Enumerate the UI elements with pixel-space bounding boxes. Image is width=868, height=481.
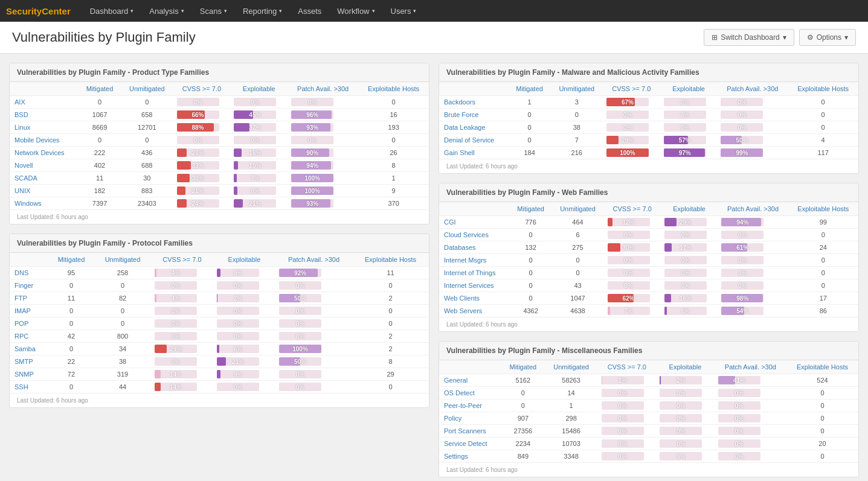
row-name[interactable]: Peer-to-Peer: [439, 400, 501, 412]
bar-container: 54%: [721, 307, 764, 315]
row-hosts: 26: [358, 147, 429, 159]
row-name[interactable]: SCADA: [10, 172, 79, 185]
table-row: Web Servers436246387%6%54%86: [439, 305, 858, 317]
nav-analysis[interactable]: Analysis ▾: [142, 0, 191, 22]
row-hosts: 2: [352, 292, 429, 305]
row-unmitigated: 38: [94, 355, 151, 368]
row-cvss: 0%: [598, 412, 657, 425]
row-name[interactable]: RPC: [10, 330, 48, 343]
row-name[interactable]: SNMP: [10, 368, 48, 381]
bar-label: 0%: [234, 333, 242, 340]
row-unmitigated: 298: [545, 412, 598, 425]
bar-label: 0%: [234, 320, 242, 327]
bar-fill: [177, 148, 187, 157]
row-name[interactable]: Internet of Things: [439, 267, 510, 279]
row-exploit: 0%: [656, 438, 715, 450]
row-name[interactable]: Samba: [10, 343, 48, 355]
row-name[interactable]: Windows: [10, 197, 79, 210]
row-hosts: 0: [352, 305, 429, 317]
protocol-footer: Last Updated: 6 hours ago: [10, 393, 429, 407]
row-name[interactable]: Mobile Devices: [10, 134, 79, 147]
row-name[interactable]: POP: [10, 317, 48, 330]
row-name[interactable]: Service Detect: [439, 438, 501, 450]
row-name[interactable]: Policy: [439, 412, 501, 425]
row-name[interactable]: SMTP: [10, 355, 48, 368]
row-name[interactable]: Databases: [439, 241, 510, 254]
bar-label: 0%: [677, 390, 685, 397]
nav-users[interactable]: Users ▾: [384, 0, 424, 22]
options-button[interactable]: ⚙ Options ▾: [799, 29, 856, 46]
left-column: Vulnerabilities by Plugin Family - Produ…: [9, 63, 429, 477]
row-unmitigated: 43: [552, 279, 604, 292]
row-name[interactable]: AIX: [10, 96, 79, 109]
brand-name: Security: [6, 6, 42, 16]
nav-assets[interactable]: Assets: [291, 0, 329, 22]
row-name[interactable]: General: [439, 374, 501, 387]
row-patch: 0%: [717, 121, 788, 134]
row-name[interactable]: Linux: [10, 121, 79, 134]
row-cvss: 0%: [604, 267, 661, 279]
row-name[interactable]: Web Clients: [439, 292, 510, 305]
row-name[interactable]: Cloud Services: [439, 229, 510, 241]
bar-label: 0%: [193, 137, 202, 144]
row-exploit: 2%: [213, 292, 275, 305]
bar-container: 90%: [291, 148, 333, 157]
bar-container: 0%: [291, 136, 333, 144]
nav-scans[interactable]: Scans ▾: [193, 0, 234, 22]
row-name[interactable]: Brute Force: [439, 109, 509, 121]
bar-container: 0%: [608, 269, 650, 277]
row-name[interactable]: Internet Msgrs: [439, 254, 510, 267]
nav-reporting[interactable]: Reporting ▾: [236, 0, 289, 22]
row-name[interactable]: Settings: [439, 450, 501, 463]
row-patch: 50%: [717, 134, 788, 147]
row-patch: 0%: [718, 254, 788, 267]
row-name[interactable]: BSD: [10, 109, 79, 121]
bar-container: 50%: [279, 294, 321, 302]
table-row: Internet Services0430%0%0%0: [439, 279, 858, 292]
row-name[interactable]: UNIX: [10, 185, 79, 197]
row-name[interactable]: Novell: [10, 159, 79, 172]
bar-fill: [217, 357, 226, 366]
brand-logo[interactable]: SecurityCenter: [6, 6, 71, 16]
row-name[interactable]: Internet Services: [439, 279, 510, 292]
row-name[interactable]: Gain Shell: [439, 147, 509, 159]
row-name[interactable]: Port Scanners: [439, 425, 501, 438]
switch-dashboard-button[interactable]: ⊞ Switch Dashboard ▾: [704, 29, 794, 46]
row-name[interactable]: Web Servers: [439, 305, 510, 317]
nav-dashboard[interactable]: Dashboard ▾: [83, 0, 141, 22]
table-row: Databases13227530%17%61%24: [439, 241, 858, 254]
nav-workflow[interactable]: Workflow ▾: [330, 0, 382, 22]
bar-label: 0%: [680, 112, 689, 118]
bar-container: 9%: [217, 370, 259, 378]
row-name[interactable]: Finger: [10, 279, 48, 292]
bar-label: 88%: [191, 124, 204, 131]
row-name[interactable]: Backdoors: [439, 96, 509, 109]
row-name[interactable]: FTP: [10, 292, 48, 305]
bar-label: 0%: [738, 282, 747, 289]
bar-label: 100%: [304, 188, 320, 194]
bar-label: 0%: [172, 320, 180, 327]
bar-fill: [234, 148, 242, 157]
bar-label: 0%: [677, 428, 685, 435]
bar-container: 57%: [664, 136, 706, 144]
bar-label: 2%: [234, 295, 242, 302]
bar-label: 8%: [251, 188, 259, 194]
protocol-panel-header: Vulnerabilities by Plugin Family - Proto…: [10, 234, 429, 253]
bar-container: 62%: [608, 294, 650, 302]
row-mitigated: 7397: [79, 197, 121, 210]
row-name[interactable]: IMAP: [10, 305, 48, 317]
row-name[interactable]: OS Detect: [439, 387, 501, 400]
row-name[interactable]: Denial of Service: [439, 134, 509, 147]
row-name[interactable]: SSH: [10, 381, 48, 393]
row-mitigated: 132: [510, 241, 552, 254]
col-hosts: Exploitable Hosts: [788, 82, 858, 96]
row-name[interactable]: CGI: [439, 216, 510, 229]
row-name[interactable]: Data Leakage: [439, 121, 509, 134]
row-unmitigated: 0: [551, 109, 603, 121]
bar-label: 16%: [680, 295, 692, 302]
row-patch: 0%: [718, 267, 788, 279]
bar-label: 0%: [308, 99, 317, 106]
row-name[interactable]: Network Devices: [10, 147, 79, 159]
row-unmitigated: 1: [545, 400, 598, 412]
row-name[interactable]: DNS: [10, 267, 48, 279]
